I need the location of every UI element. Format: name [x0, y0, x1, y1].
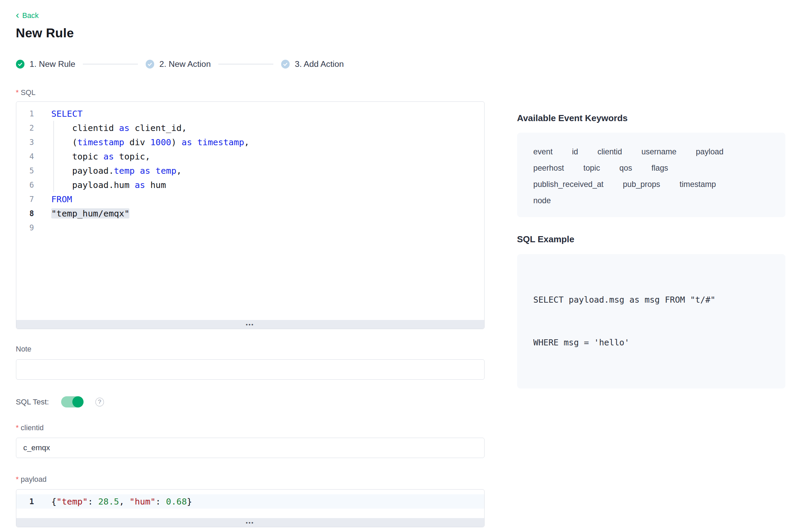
code-line: 7FROM: [16, 192, 484, 206]
code-token: hum: [145, 180, 166, 190]
new-rule-page: ‹ Back New Rule 1. New Rule 2. New Actio…: [0, 0, 800, 532]
event-keyword: node: [533, 192, 551, 209]
step-3-add-action: 3. Add Action: [281, 59, 344, 69]
payload-label-text: payload: [21, 475, 47, 484]
code-token: :: [156, 496, 166, 507]
code-token: temp: [156, 166, 176, 176]
step-1-new-rule: 1. New Rule: [16, 59, 75, 69]
event-keyword: flags: [652, 160, 668, 176]
code-token: ,: [119, 496, 130, 507]
event-keyword: peerhost: [533, 160, 564, 176]
clientid-label-text: clientid: [21, 423, 44, 432]
code-line: 8"temp_hum/emqx": [16, 206, 484, 221]
code-line: 2 clientid as client_id,: [16, 121, 484, 135]
code-text: payload.hum as hum: [39, 178, 484, 192]
code-text: payload.temp as temp,: [39, 164, 484, 178]
code-token: SELECT: [51, 109, 83, 119]
line-number: 2: [16, 121, 39, 135]
editor-resize-handle[interactable]: •••: [16, 518, 484, 527]
help-icon[interactable]: ?: [95, 398, 104, 406]
step-connector: [83, 64, 138, 64]
check-icon: [146, 60, 154, 69]
sql-example-panel: SELECT payload.msg as msg FROM "t/#" WHE…: [517, 254, 786, 388]
code-token: topic: [51, 151, 104, 162]
required-asterisk: *: [16, 475, 19, 484]
keywords-panel: eventidclientidusernamepayloadpeerhostto…: [517, 133, 786, 217]
line-number: 9: [16, 221, 39, 235]
code-token: 0.68: [166, 496, 187, 507]
payload-editor[interactable]: 1{"temp": 28.5, "hum": 0.68} •••: [16, 489, 485, 527]
code-token: {: [51, 496, 56, 507]
code-token: payload.hum: [51, 180, 135, 190]
code-text: topic as topic,: [39, 149, 484, 164]
code-token: "temp_hum/emqx": [51, 208, 129, 218]
back-link[interactable]: ‹ Back: [16, 11, 39, 20]
keyword-row: node: [533, 192, 769, 209]
code-token: ): [171, 137, 182, 147]
code-text: [39, 221, 484, 235]
required-asterisk: *: [16, 88, 19, 97]
event-keyword: clientid: [598, 144, 622, 160]
code-token: (: [51, 137, 77, 147]
code-token: as: [140, 166, 150, 176]
indent-guide: [53, 178, 54, 192]
sql-example-title: SQL Example: [517, 234, 786, 245]
code-line: 5 payload.temp as temp,: [16, 164, 484, 178]
code-token: as: [135, 180, 145, 190]
editor-resize-handle[interactable]: •••: [16, 320, 484, 329]
code-token: "hum": [129, 496, 156, 507]
required-asterisk: *: [16, 423, 19, 432]
ellipsis-icon: •••: [246, 322, 254, 327]
event-keyword: id: [572, 144, 578, 160]
code-token: clientid: [51, 123, 119, 133]
code-token: topic,: [114, 151, 150, 162]
code-token: "temp": [56, 496, 88, 507]
sql-field-label: * SQL: [16, 88, 485, 97]
code-token: :: [88, 496, 98, 507]
note-input[interactable]: [16, 359, 485, 380]
line-number: 5: [16, 164, 39, 178]
sql-editor[interactable]: 1SELECT2 clientid as client_id,3 (timest…: [16, 101, 485, 329]
note-label-text: Note: [16, 345, 32, 354]
code-token: FROM: [51, 194, 72, 204]
sql-test-toggle[interactable]: [61, 396, 84, 407]
toggle-knob: [72, 396, 84, 407]
line-number: 8: [16, 206, 39, 221]
code-token: as: [104, 151, 114, 162]
code-token: temp: [114, 166, 134, 176]
code-token: 1000: [150, 137, 171, 147]
back-label: Back: [22, 11, 39, 20]
check-icon: [16, 60, 25, 69]
code-token: timestamp: [77, 137, 124, 147]
code-token: as: [119, 123, 130, 133]
code-token: [192, 137, 197, 147]
code-token: div: [124, 137, 150, 147]
code-token: }: [187, 496, 192, 507]
event-keyword: payload: [696, 144, 723, 160]
indent-guide: [53, 121, 54, 135]
line-number: 3: [16, 135, 39, 149]
code-token: ,: [177, 166, 182, 176]
help-sidebar: Available Event Keywords eventidclientid…: [517, 10, 786, 532]
step-label: 2. New Action: [159, 59, 211, 69]
payload-field-label: * payload: [16, 475, 485, 484]
code-token: [135, 166, 140, 176]
step-connector: [218, 64, 273, 64]
code-token: payload.: [51, 166, 114, 176]
event-keyword: event: [533, 144, 553, 160]
sql-editor-code[interactable]: 1SELECT2 clientid as client_id,3 (timest…: [16, 102, 484, 320]
code-text: SELECT: [39, 107, 484, 121]
step-2-new-action: 2. New Action: [146, 59, 211, 69]
clientid-field-label: * clientid: [16, 423, 485, 432]
step-label: 3. Add Action: [295, 59, 344, 69]
code-text: "temp_hum/emqx": [39, 206, 484, 221]
chevron-left-icon: ‹: [16, 12, 19, 18]
payload-editor-code[interactable]: 1{"temp": 28.5, "hum": 0.68}: [16, 490, 484, 518]
page-title: New Rule: [16, 26, 485, 40]
clientid-input[interactable]: [16, 438, 485, 458]
sql-example-line: WHERE msg = 'hello': [533, 336, 769, 350]
indent-guide: [53, 149, 54, 164]
keyword-row: publish_received_atpub_propstimestamp: [533, 176, 769, 192]
line-number: 6: [16, 178, 39, 192]
sql-test-label: SQL Test:: [16, 398, 49, 406]
